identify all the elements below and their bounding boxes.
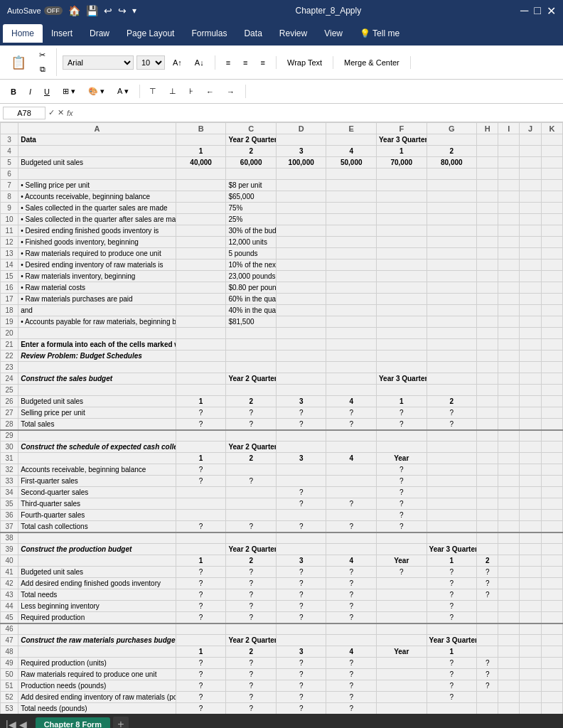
borders-button[interactable]: ⊞ ▾ xyxy=(58,85,80,98)
cell-36-C[interactable] xyxy=(226,510,277,521)
cell-51-G[interactable]: ? xyxy=(427,680,477,692)
paste-button[interactable]: 📋 xyxy=(6,53,31,73)
cell-48-B[interactable]: 1 xyxy=(176,646,226,658)
cell-37-D[interactable]: ? xyxy=(276,521,326,532)
cell-40-I[interactable] xyxy=(498,555,520,567)
cell-50-K[interactable] xyxy=(541,669,562,680)
cell-31-F[interactable]: Year xyxy=(376,453,427,464)
cell-39-D[interactable] xyxy=(276,544,326,555)
cell-4-H[interactable] xyxy=(477,146,498,157)
cell-47-I[interactable] xyxy=(498,635,520,646)
cell-8-J[interactable] xyxy=(520,191,541,203)
merge-center-button[interactable]: Merge & Center xyxy=(339,56,404,69)
cell-42-H[interactable]: ? xyxy=(477,578,498,589)
cell-49-C[interactable]: ? xyxy=(226,658,277,669)
cell-35-I[interactable] xyxy=(498,498,520,510)
cell-21-I[interactable] xyxy=(498,339,520,350)
cell-41-A[interactable]: Budgeted unit sales xyxy=(18,567,176,578)
cell-25-B[interactable] xyxy=(176,385,226,396)
cell-36-K[interactable] xyxy=(541,510,562,521)
nav-first-icon[interactable]: |◀ xyxy=(6,719,16,728)
col-header-b[interactable]: B xyxy=(176,123,226,134)
save-icon[interactable]: 💾 xyxy=(86,5,98,16)
cell-40-K[interactable] xyxy=(541,555,562,567)
cell-8-H[interactable] xyxy=(477,191,498,203)
cell-50-C[interactable]: ? xyxy=(226,669,277,680)
italic-button[interactable]: I xyxy=(24,85,36,98)
wrap-text-button[interactable]: Wrap Text xyxy=(282,56,327,69)
cell-5-E[interactable]: 50,000 xyxy=(326,157,377,168)
cell-28-G[interactable]: ? xyxy=(427,419,477,430)
cell-4-C[interactable]: 2 xyxy=(226,146,277,157)
cell-43-J[interactable] xyxy=(520,589,541,601)
cell-42-B[interactable]: ? xyxy=(176,578,226,589)
cell-27-C[interactable]: ? xyxy=(226,407,277,419)
cell-24-C[interactable]: Year 2 Quarter xyxy=(226,373,277,385)
cell-23-C[interactable] xyxy=(226,362,277,373)
cell-48-G[interactable]: 1 xyxy=(427,646,477,658)
cell-52-D[interactable]: ? xyxy=(276,692,326,703)
cell-19-K[interactable] xyxy=(541,316,562,328)
cell-39-J[interactable] xyxy=(520,544,541,555)
cell-23-B[interactable] xyxy=(176,362,226,373)
cell-38-C[interactable] xyxy=(226,532,277,544)
cell-35-E[interactable]: ? xyxy=(326,498,377,510)
cell-10-K[interactable] xyxy=(541,214,562,225)
cell-23-I[interactable] xyxy=(498,362,520,373)
cell-18-K[interactable] xyxy=(541,305,562,316)
cell-43-H[interactable]: ? xyxy=(477,589,498,601)
formula-x-icon[interactable]: ✕ xyxy=(58,108,64,117)
cell-40-H[interactable]: 2 xyxy=(477,555,498,567)
cell-39-B[interactable] xyxy=(176,544,226,555)
cell-6-B[interactable] xyxy=(176,168,226,180)
cell-41-D[interactable]: ? xyxy=(276,567,326,578)
col-header-i[interactable]: I xyxy=(498,123,520,134)
col-header-k[interactable]: K xyxy=(541,123,562,134)
cell-45-B[interactable]: ? xyxy=(176,612,226,623)
cell-44-J[interactable] xyxy=(520,601,541,612)
cell-36-A[interactable]: Fourth-quarter sales xyxy=(18,510,176,521)
cell-48-C[interactable]: 2 xyxy=(226,646,277,658)
cell-47-C[interactable]: Year 2 Quarter xyxy=(226,635,277,646)
cell-46-I[interactable] xyxy=(498,623,520,635)
cell-31-K[interactable] xyxy=(541,453,562,464)
cell-41-E[interactable]: ? xyxy=(326,567,377,578)
cell-44-D[interactable]: ? xyxy=(276,601,326,612)
cell-43-F[interactable] xyxy=(376,589,427,601)
cell-25-K[interactable] xyxy=(541,385,562,396)
cell-36-J[interactable] xyxy=(520,510,541,521)
cell-15-I[interactable] xyxy=(498,271,520,282)
cell-20-I[interactable] xyxy=(498,328,520,339)
cell-13-K[interactable] xyxy=(541,248,562,259)
cell-39-F[interactable] xyxy=(376,544,427,555)
cell-47-A[interactable]: Construct the raw materials purchases bu… xyxy=(18,635,176,646)
cell-38-A[interactable] xyxy=(18,532,176,544)
cell-27-H[interactable] xyxy=(477,407,498,419)
cell-49-F[interactable] xyxy=(376,658,427,669)
cell-29-A[interactable] xyxy=(18,430,176,441)
cell-26-G[interactable]: 2 xyxy=(427,396,477,407)
cell-3-C[interactable]: Year 2 Quarter xyxy=(226,134,277,146)
cell-43-B[interactable]: ? xyxy=(176,589,226,601)
cell-4-G[interactable]: 2 xyxy=(427,146,477,157)
cell-3-J[interactable] xyxy=(520,134,541,146)
cell-52-H[interactable] xyxy=(477,692,498,703)
cell-5-J[interactable] xyxy=(520,157,541,168)
cell-33-A[interactable]: First-quarter sales xyxy=(18,476,176,487)
cell-29-H[interactable] xyxy=(477,430,498,441)
cell-51-B[interactable]: ? xyxy=(176,680,226,692)
cell-53-I[interactable] xyxy=(498,703,520,714)
cell-23-H[interactable] xyxy=(477,362,498,373)
cell-17-E[interactable] xyxy=(326,294,377,305)
cell-34-E[interactable] xyxy=(326,487,377,498)
cell-39-C[interactable]: Year 2 Quarter xyxy=(226,544,277,555)
cell-17-A[interactable]: • Raw materials purchases are paid xyxy=(18,294,176,305)
cell-24-K[interactable] xyxy=(541,373,562,385)
close-icon[interactable]: ✕ xyxy=(547,4,556,18)
cell-4-J[interactable] xyxy=(520,146,541,157)
cell-28-F[interactable]: ? xyxy=(376,419,427,430)
cell-32-C[interactable] xyxy=(226,464,277,476)
cell-4-I[interactable] xyxy=(498,146,520,157)
cell-24-E[interactable] xyxy=(326,373,377,385)
copy-button[interactable]: ⧉ xyxy=(34,63,50,76)
